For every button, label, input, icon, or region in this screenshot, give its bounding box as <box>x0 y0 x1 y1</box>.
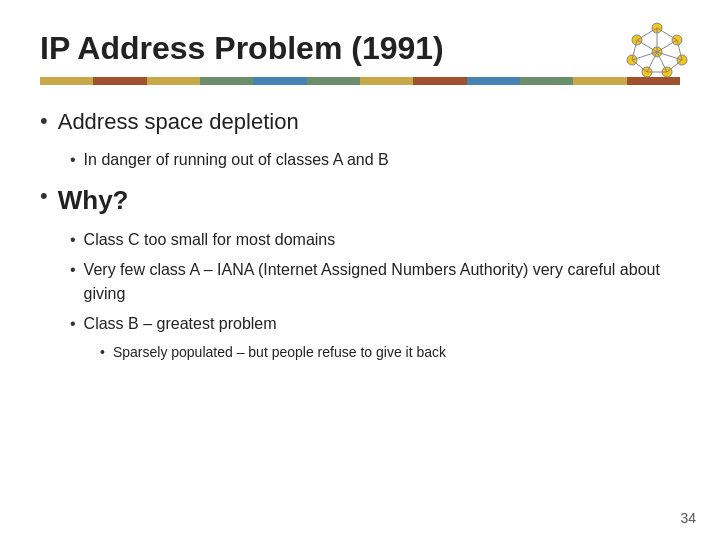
color-bar-seg-6 <box>307 77 360 85</box>
bullet-2-3: • Class B – greatest problem <box>70 312 680 336</box>
color-bar-seg-1 <box>40 77 93 85</box>
bullet-1-subbullets: • In danger of running out of classes A … <box>70 148 680 172</box>
color-bar-seg-9 <box>467 77 520 85</box>
bullet-1-1: • In danger of running out of classes A … <box>70 148 680 172</box>
color-bar-seg-11 <box>573 77 626 85</box>
bullet-2-3-text: Class B – greatest problem <box>84 312 277 336</box>
bullet-1-dot: • <box>40 107 48 136</box>
bullet-1-1-dot: • <box>70 148 76 172</box>
bullet-1-text: Address space depletion <box>58 107 299 138</box>
bullet-2-1-dot: • <box>70 228 76 252</box>
color-bar-seg-2 <box>93 77 146 85</box>
bullet-2-3-subbullets: • Sparsely populated – but people refuse… <box>100 342 680 363</box>
color-bar-seg-5 <box>253 77 306 85</box>
slide-title: IP Address Problem (1991) <box>40 30 680 67</box>
slide: IP Address Problem (1991) • Address spac… <box>0 0 720 540</box>
bullet-1-1-text: In danger of running out of classes A an… <box>84 148 389 172</box>
bullet-2-2-dot: • <box>70 258 76 282</box>
svg-line-12 <box>632 60 647 72</box>
bullet-2-subbullets: • Class C too small for most domains • V… <box>70 228 680 363</box>
bullet-2: • Why? <box>40 182 680 218</box>
bullet-2-1-text: Class C too small for most domains <box>84 228 336 252</box>
svg-line-14 <box>637 28 657 40</box>
bullet-2-2-text: Very few class A – IANA (Internet Assign… <box>84 258 680 306</box>
color-bar-seg-4 <box>200 77 253 85</box>
bullet-2-2: • Very few class A – IANA (Internet Assi… <box>70 258 680 306</box>
bullet-1: • Address space depletion <box>40 107 680 138</box>
bullet-2-3-1: • Sparsely populated – but people refuse… <box>100 342 680 363</box>
bullet-2-text: Why? <box>58 182 129 218</box>
svg-line-8 <box>657 28 677 40</box>
slide-content: • Address space depletion • In danger of… <box>40 107 680 363</box>
svg-line-21 <box>637 40 657 52</box>
svg-line-10 <box>667 60 682 72</box>
bullet-2-1: • Class C too small for most domains <box>70 228 680 252</box>
color-bar-seg-3 <box>147 77 200 85</box>
color-bar-seg-10 <box>520 77 573 85</box>
svg-line-16 <box>657 40 677 52</box>
bullet-2-3-1-text: Sparsely populated – but people refuse t… <box>113 342 446 363</box>
color-bar <box>40 77 680 85</box>
bullet-2-3-dot: • <box>70 312 76 336</box>
color-bar-seg-8 <box>413 77 466 85</box>
color-bar-seg-12 <box>627 77 680 85</box>
page-number: 34 <box>680 510 696 526</box>
color-bar-seg-7 <box>360 77 413 85</box>
bullet-2-3-1-dot: • <box>100 342 105 363</box>
network-icon <box>622 18 692 78</box>
bullet-2-dot: • <box>40 182 48 211</box>
